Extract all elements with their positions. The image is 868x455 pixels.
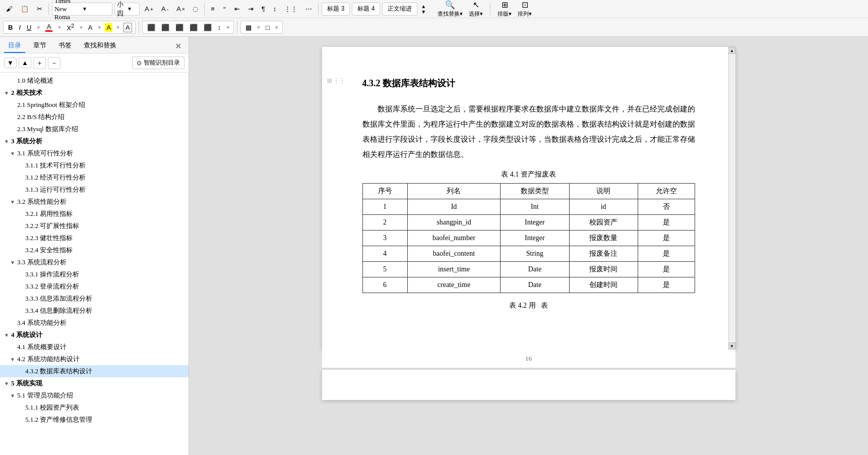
font-color-dropdown[interactable]: ▼ [57,25,62,30]
paste-btn[interactable]: 📋 [18,4,32,14]
cut-btn[interactable]: ✂ [34,4,45,14]
toc-item-26[interactable]: ▼ 5 系统实现 [0,377,189,389]
border-dropdown[interactable]: ▼ [274,25,279,30]
clear-format-btn[interactable]: ◌ [190,4,201,14]
toc-item-12[interactable]: 3.2.1 易用性指标 [0,208,189,220]
toc-item-11[interactable]: ▼ 3.2 系统性能分析 [0,196,189,208]
char-shade-btn[interactable]: A [87,23,94,32]
font-size-decrease-btn[interactable]: A- [158,4,171,14]
handle-icon-1[interactable]: ⊞ [327,77,332,85]
heading4-btn[interactable]: 标题 4 [352,3,380,16]
pailie-label[interactable]: 排列▾ [518,10,532,18]
toc-item-8[interactable]: 3.1.1 技术可行性分析 [0,159,189,172]
toc-item-3[interactable]: 2.1 SpringBoot 框架介绍 [0,99,189,111]
scroll-up-btn[interactable]: ▲ [728,47,735,54]
format-brush-btn[interactable]: 🖌 [3,4,16,14]
underline-dropdown[interactable]: ▼ [36,25,41,30]
highlight-btn[interactable]: A [105,23,112,32]
align-distribute-btn[interactable]: ⬛ [202,23,213,32]
pailie-group[interactable]: ⊡ 排列▾ [518,0,532,18]
toc-item-27[interactable]: ▼ 5.1 管理员功能介绍 [0,389,189,402]
toc-item-9[interactable]: 3.1.2 经济可行性分析 [0,172,189,184]
font-format-btn[interactable]: A≡ [173,4,188,14]
toc-item-23[interactable]: 4.1 系统概要设计 [0,341,189,353]
toc-item-5[interactable]: 2.3 Mysql 数据库介绍 [0,123,189,135]
tab-search[interactable]: 查找和替换 [80,39,120,53]
bold-btn[interactable]: B [7,23,14,32]
align-left-btn[interactable]: ⬛ [146,23,157,32]
toc-item-20[interactable]: 3.3.4 信息删除流程分析 [0,305,189,317]
scroll-down-btn[interactable]: ▼ [728,343,735,350]
line-spacing-dropdown[interactable]: ▼ [225,25,230,30]
font-size-increase-btn[interactable]: A+ [142,4,156,14]
toc-item-7[interactable]: ▼ 3.1 系统可行性分析 [0,147,189,159]
font-color-btn[interactable]: A [44,22,54,32]
smart-toc-btn[interactable]: ⊙ 智能识别目录 [132,56,184,69]
paiban-label[interactable]: 排版▾ [498,10,512,18]
search-replace-label[interactable]: 查找替换▾ [438,10,463,18]
heading-more-btn[interactable]: ▲▼ [419,2,427,16]
more-btn[interactable]: ⋯ [302,4,315,14]
paiban-group[interactable]: ⊞ 排版▾ [498,0,512,18]
tab-bookmark[interactable]: 书签 [54,39,76,53]
toc-item-16[interactable]: ▼ 3.3 系统流程分析 [0,256,189,268]
toc-item-13[interactable]: 3.2.2 可扩展性指标 [0,220,189,232]
toc-item-15[interactable]: 3.2.4 安全性指标 [0,244,189,256]
font-size-selector[interactable]: 小四 ▼ [114,3,140,16]
toc-add-btn[interactable]: ＋ [33,57,46,69]
tab-toc[interactable]: 目录 [4,39,25,53]
toc-item-18[interactable]: 3.3.2 登录流程分析 [0,280,189,293]
ordered-list-btn[interactable]: ⁼ [220,4,229,14]
select-label[interactable]: 选择▾ [469,10,483,18]
toc-item-4[interactable]: 2.2 B/S 结构介绍 [0,111,189,123]
scrollbar-right[interactable]: ▲ ▼ [728,47,735,350]
fill-btn[interactable]: ▩ [244,23,253,32]
search-replace-group[interactable]: 🔍 查找替换▾ [438,0,463,18]
indent-decrease-btn[interactable]: ⇤ [231,4,243,14]
toc-item-24[interactable]: ▼ 4.2 系统功能结构设计 [0,353,189,365]
toc-item-10[interactable]: 3.1.3 运行可行性分析 [0,184,189,196]
line-spacing-btn[interactable]: ↕ [216,23,223,32]
align-right-btn[interactable]: ⬛ [174,23,185,32]
italic-btn[interactable]: I [17,23,22,32]
highlight-dropdown[interactable]: ▼ [115,25,120,30]
toc-collapse-all-btn[interactable]: ▼ [4,58,17,68]
toc-item-14[interactable]: 3.2.3 健壮性指标 [0,232,189,244]
handle-icon-2[interactable]: ⋮⋮ [333,77,345,85]
indent-increase-btn[interactable]: ⇥ [245,4,257,14]
heading3-btn[interactable]: 标题 3 [322,3,350,16]
font-selector[interactable]: Times New Roma ▼ [52,3,112,16]
toc-item-2[interactable]: ▼ 2 相关技术 [0,87,189,99]
toc-item-21[interactable]: 3.4 系统功能分析 [0,317,189,329]
underline-btn[interactable]: U [25,23,33,32]
sort-btn[interactable]: ↕ [270,4,280,14]
toc-item-1[interactable]: 1.0 绪论概述 [0,75,189,87]
border-btn[interactable]: □ [264,23,271,32]
toc-expand-btn[interactable]: ▲ [19,58,31,68]
toc-item-19[interactable]: 3.3.3 信息添加流程分析 [0,293,189,305]
fontsize-dropdown-icon[interactable]: ▼ [127,6,137,12]
shade-dropdown[interactable]: ▼ [97,25,102,30]
toc-item-22[interactable]: ▼ 4 系统设计 [0,329,189,341]
unordered-list-btn[interactable]: ≡ [208,4,218,14]
sidebar-close-btn[interactable]: ✕ [172,40,184,52]
toc-item-28[interactable]: 5.1.1 校园资产列表 [0,402,189,414]
char-border-btn[interactable]: A [123,23,132,32]
fill-dropdown[interactable]: ▼ [256,25,261,30]
columns-btn[interactable]: ⋮⋮ [281,4,300,14]
toc-item-6[interactable]: ▼ 3 系统分析 [0,135,189,147]
font-dropdown-icon[interactable]: ▼ [82,6,110,12]
align-center-btn[interactable]: ⬛ [160,23,171,32]
superscript-btn[interactable]: X2 [65,22,76,32]
toc-item-17[interactable]: 3.3.1 操作流程分析 [0,268,189,280]
align-justify-btn[interactable]: ⬛ [188,23,199,32]
script-dropdown[interactable]: ▼ [79,25,84,30]
separator6 [237,21,237,33]
tab-chapter[interactable]: 章节 [29,39,50,53]
paragraph-btn[interactable]: ¶ [259,4,268,14]
toc-remove-btn[interactable]: － [48,57,60,69]
select-group[interactable]: ↖ 选择▾ [469,0,483,18]
toc-item-29[interactable]: 5.1.2 资产维修信息管理 [0,414,189,426]
toc-item-25[interactable]: 4.3.2 数据库表结构设计 [0,365,189,377]
body-indent-btn[interactable]: 正文缩进 [382,3,417,16]
